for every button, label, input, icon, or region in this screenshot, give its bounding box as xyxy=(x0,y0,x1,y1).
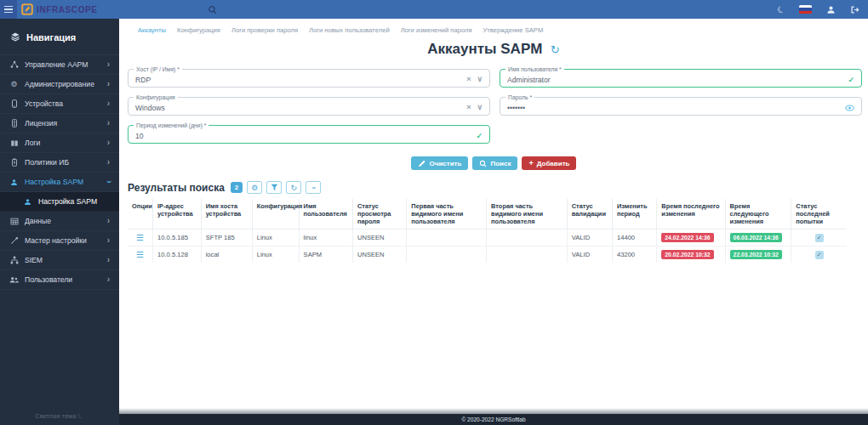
col-options: Опции xyxy=(128,199,153,230)
change-period-field[interactable]: Период изменений (дни) * 10 ✓ xyxy=(128,125,490,144)
cell-username: SAPM xyxy=(299,246,352,264)
sidebar-item-label: SIEM xyxy=(25,256,101,264)
show-password-icon[interactable] xyxy=(845,105,854,111)
sidebar: Навигация Управление AAPM › ⚙ Администри… xyxy=(0,19,119,425)
dropdown-caret-icon[interactable]: ∨ xyxy=(477,76,483,83)
brush-icon xyxy=(418,160,426,167)
sidebar-item-ib-policies[interactable]: Политики ИБ › xyxy=(0,153,119,173)
host-field-label: Хост (IP / Имя) * xyxy=(134,66,182,72)
sidebar-item-label: Лицензия xyxy=(25,119,101,128)
table-icon xyxy=(9,218,19,225)
refresh-icon[interactable]: ↻ xyxy=(551,43,560,56)
settings-gear-icon[interactable]: ⚙ xyxy=(247,181,262,194)
results-header: Результаты поиска 2 ⚙ ↻ › xyxy=(128,181,868,194)
search-icon xyxy=(479,160,487,167)
results-table: Опции IP-адрес устройства Имя хоста устр… xyxy=(128,199,847,263)
row-options-icon[interactable]: ☰ xyxy=(136,250,144,259)
menu-toggle-icon[interactable] xyxy=(0,0,17,19)
password-field-value: ••••••• xyxy=(507,104,845,112)
chevron-right-icon: › xyxy=(107,236,110,245)
add-button[interactable]: + Добавить xyxy=(522,156,576,170)
last-attempt-checkbox[interactable]: ✓ xyxy=(815,251,824,259)
tab-accounts[interactable]: Аккаунты xyxy=(138,26,166,34)
last-change-badge: 24.02.2022 14:36 xyxy=(661,233,713,242)
tab-password-change-logs[interactable]: Логи изменений пароля xyxy=(401,26,472,34)
sidebar-item-siem[interactable]: SIEM › xyxy=(0,251,119,270)
results-count-badge: 2 xyxy=(231,182,243,193)
chevron-right-icon: › xyxy=(107,99,110,108)
clear-field-icon[interactable]: × xyxy=(466,104,471,111)
filter-icon[interactable] xyxy=(266,181,282,194)
col-visible-name-first-part: Первая часть видимого имени пользователя xyxy=(407,199,487,230)
chevron-down-icon: › xyxy=(104,180,112,183)
language-flag-icon[interactable] xyxy=(799,5,812,14)
col-last-attempt-status: Статус последней попытки xyxy=(791,199,847,230)
network-icon xyxy=(9,256,19,264)
refresh-icon[interactable]: ↻ xyxy=(286,181,301,194)
sidebar-item-data[interactable]: Данные › xyxy=(0,212,119,231)
sidebar-item-sapm-settings[interactable]: Настройка SAPM › xyxy=(0,173,119,192)
sidebar-item-label: Пользователи xyxy=(25,275,101,284)
tab-sapm-approval[interactable]: Утверждение SAPM xyxy=(483,26,544,34)
table-row: ☰ 10.0.5.128 local Linux SAPM UNSEEN VAL… xyxy=(128,246,847,264)
cell-configuration: Linux xyxy=(252,230,299,246)
results-title: Результаты поиска xyxy=(128,182,225,194)
tab-password-check-logs[interactable]: Логи проверки пароля xyxy=(231,26,298,34)
theme-toggle[interactable]: Светлая тема ☾ xyxy=(0,405,119,425)
dark-mode-icon[interactable]: ☾ xyxy=(775,3,786,15)
cell-validation-status: VALID xyxy=(567,230,612,246)
table-row: ☰ 10.0.5.185 SFTP 185 Linux linux UNSEEN… xyxy=(128,230,847,246)
sidebar-subitem-sapm-settings[interactable]: Настройка SAPM xyxy=(0,192,119,212)
cell-visible-name-second-part xyxy=(487,246,568,264)
clear-field-icon[interactable]: × xyxy=(466,76,471,83)
sidebar-item-devices[interactable]: Устройства › xyxy=(0,94,119,114)
chevron-right-icon: › xyxy=(107,139,110,147)
cell-visible-name-second-part xyxy=(487,230,568,246)
collapse-chevron-icon[interactable]: › xyxy=(306,181,321,194)
search-icon[interactable] xyxy=(208,5,217,14)
sidebar-subitem-label: Настройка SAPM xyxy=(38,197,110,206)
sidebar-item-label: Настройка SAPM xyxy=(25,178,101,186)
configuration-field[interactable]: Конфигурация Windows × ∨ xyxy=(128,97,490,116)
sidebar-item-setup-wizard[interactable]: Мастер настройки › xyxy=(0,231,119,251)
sidebar-item-administration[interactable]: ⚙ Администрирование › xyxy=(0,75,119,94)
row-options-icon[interactable]: ☰ xyxy=(136,233,144,242)
footer-bar: © 2020-2022 NGRSoftlab xyxy=(119,414,868,425)
tab-configuration[interactable]: Конфигурация xyxy=(177,26,220,34)
host-field-value: RDP xyxy=(135,76,466,84)
search-button[interactable]: Поиск xyxy=(472,156,517,170)
sidebar-item-label: Данные xyxy=(25,217,101,225)
chevron-right-icon: › xyxy=(107,119,110,128)
copyright-text: © 2020-2022 NGRSoftlab xyxy=(461,416,525,422)
gears-icon: ⚙ xyxy=(9,80,19,88)
sidebar-item-logs[interactable]: Логи › xyxy=(0,133,119,153)
search-button-label: Поиск xyxy=(490,160,511,167)
footer: © 2020-2022 NGRSoftlab xyxy=(119,408,868,425)
user-profile-icon[interactable] xyxy=(826,5,836,14)
sidebar-item-users[interactable]: Пользователи › xyxy=(0,270,119,290)
search-form: Хост (IP / Имя) * RDP × ∨ Имя пользовате… xyxy=(128,69,862,144)
sidebar-item-license[interactable]: Лицензия › xyxy=(0,114,119,133)
col-validation-status: Статус валидации xyxy=(567,199,612,230)
page-title-row: Аккаунты SAPM ↻ xyxy=(119,41,868,58)
main-content: Аккаунты Конфигурация Логи проверки паро… xyxy=(119,19,868,425)
username-field-label: Имя пользователя * xyxy=(505,66,564,72)
logout-icon[interactable] xyxy=(850,5,859,14)
configuration-field-label: Конфигурация xyxy=(134,94,178,100)
clear-button[interactable]: Очистить xyxy=(411,156,469,170)
app-logo-icon xyxy=(21,3,33,15)
sidebar-item-aapm-management[interactable]: Управление AAPM › xyxy=(0,55,119,75)
cell-device-ip: 10.0.5.128 xyxy=(153,246,202,264)
last-attempt-checkbox[interactable]: ✓ xyxy=(815,234,824,242)
password-field[interactable]: Пароль * ••••••• xyxy=(500,97,862,116)
chevron-right-icon: › xyxy=(107,158,110,167)
host-field[interactable]: Хост (IP / Имя) * RDP × ∨ xyxy=(128,69,490,88)
configuration-field-value: Windows xyxy=(135,104,466,112)
chevron-right-icon: › xyxy=(107,275,110,284)
username-field[interactable]: Имя пользователя * Administrator ✓ xyxy=(500,69,862,88)
dropdown-caret-icon[interactable]: ∨ xyxy=(477,104,483,111)
tab-new-user-logs[interactable]: Логи новых пользователей xyxy=(309,26,390,34)
users-icon xyxy=(9,276,19,284)
add-button-label: Добавить xyxy=(537,160,570,167)
results-table-wrap: Опции IP-адрес устройства Имя хоста устр… xyxy=(128,199,847,263)
